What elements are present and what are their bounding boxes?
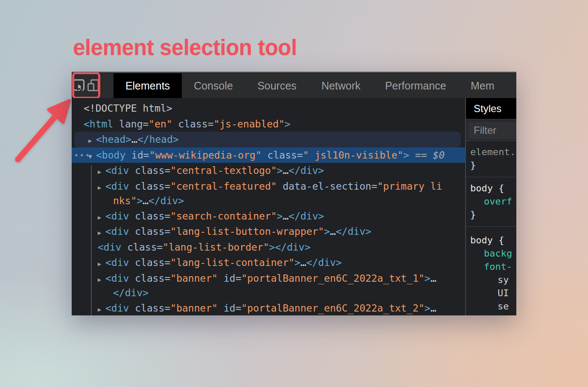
code-segment-attr: class=	[129, 211, 170, 222]
code-segment-ell: …	[143, 195, 148, 206]
code-segment-tag: </div>	[288, 165, 324, 176]
code-segment-ell: …	[282, 165, 288, 176]
css-line[interactable]: }	[470, 208, 516, 221]
expand-arrow-icon[interactable]: ▶	[88, 133, 96, 149]
code-segment-tag: <div	[105, 211, 129, 222]
css-line[interactable]: sy	[470, 273, 516, 286]
code-segment-ell: …	[282, 211, 288, 222]
code-segment-tag: <head>	[96, 134, 131, 145]
code-segment-tag: <div	[105, 257, 129, 268]
tab-performance[interactable]: Performance	[373, 73, 458, 98]
code-segment-tag: </div>	[148, 195, 184, 206]
tab-elements[interactable]: Elements	[114, 73, 182, 98]
code-segment-attr: class=	[121, 242, 163, 253]
tab-styles[interactable]: Styles	[466, 98, 516, 119]
devtools-window: ElementsConsoleSourcesNetworkPerformance…	[72, 72, 516, 315]
css-line[interactable]: body {	[470, 182, 516, 195]
tab-console[interactable]: Console	[182, 73, 245, 98]
code-segment-metai: $0	[433, 150, 445, 161]
code-segment-tag: <div	[105, 181, 129, 192]
code-segment-attr: id=	[218, 303, 241, 314]
tab-sources[interactable]: Sources	[245, 73, 309, 98]
code-segment-tag: <div	[105, 165, 129, 176]
tab-network[interactable]: Network	[309, 73, 373, 98]
code-segment-tag: >	[137, 195, 143, 206]
css-line[interactable]: font-	[470, 260, 516, 273]
css-line[interactable]: backg	[470, 247, 516, 260]
code-segment-tag: >	[403, 150, 409, 161]
dom-tree-row[interactable]: nks">…</div>	[72, 194, 465, 208]
row-overflow-dots-icon[interactable]: •••	[74, 147, 90, 163]
expand-arrow-icon[interactable]: ▶	[98, 210, 105, 225]
devtools-content: <!DOCTYPE html><html lang="en" class="js…	[72, 98, 516, 315]
code-segment-tag: >	[285, 118, 291, 130]
code-segment-tag: </div>	[336, 226, 371, 237]
dom-tree-row[interactable]: •••▼<body id="www-wikipedia-org" class="…	[72, 147, 465, 163]
css-line[interactable]: }	[470, 159, 516, 172]
code-segment-meta: ==	[409, 150, 433, 161]
dom-tree-row[interactable]: ▶<div class="banner" id="portalBanner_en…	[72, 271, 465, 286]
expand-arrow-icon[interactable]: ▶	[98, 302, 105, 315]
dom-tree-row[interactable]: ▶<div class="central-textlogo">…</div>	[72, 163, 465, 179]
code-segment-val: "banner"	[170, 273, 218, 284]
code-segment-tag: <div	[105, 226, 129, 237]
expand-arrow-icon[interactable]: ▶	[98, 180, 105, 196]
dom-tree-row[interactable]: ▶<div class="banner" id="portalBanner_en…	[72, 300, 465, 315]
code-segment-attr: class=	[129, 257, 170, 268]
tab-mem[interactable]: Mem	[458, 73, 516, 98]
css-line[interactable]: font-	[470, 313, 516, 315]
code-segment-attr: class=	[129, 303, 170, 314]
code-segment-ell: …	[300, 257, 306, 268]
dom-tree-row[interactable]: <html lang="en" class="js-enabled">	[72, 116, 465, 132]
code-segment-attr: class=	[129, 273, 170, 284]
code-segment-val: "en"	[148, 118, 172, 130]
code-segment-val: "search-container"	[170, 211, 277, 222]
css-rule-section[interactable]: body {overf}	[466, 177, 516, 227]
code-segment-attr: class=	[129, 165, 170, 176]
css-rule-section[interactable]: body {backgfont-syUIsefont-	[466, 227, 516, 315]
dom-tree-row[interactable]: <div class="lang-list-border"></div>	[72, 240, 465, 255]
css-line[interactable]: se	[470, 300, 516, 313]
styles-filter-input[interactable]: Filter	[469, 122, 516, 139]
css-rule-section[interactable]: element.}	[466, 141, 516, 177]
code-segment-tag: >	[277, 211, 283, 222]
code-segment-val: nks"	[113, 195, 137, 206]
dom-tree-row[interactable]: ▶<div class="search-container">…</div>	[72, 208, 465, 224]
code-segment-ell: …	[330, 226, 336, 237]
code-segment-tag: </div>	[113, 287, 148, 298]
dom-tree-row[interactable]: ▶<div class="lang-list-container">…</div…	[72, 255, 465, 271]
css-line[interactable]: overf	[470, 195, 516, 208]
code-segment-val: "primary li	[377, 181, 442, 192]
expand-arrow-icon[interactable]: ▶	[98, 272, 105, 288]
code-segment-attr: class=	[129, 181, 170, 192]
dom-tree-row[interactable]: ▶<div class="central-featured" data-el-s…	[72, 179, 465, 194]
dom-tree-row[interactable]: ▶<div class="lang-list-button-wrapper">……	[72, 224, 465, 240]
code-segment-tag: >	[269, 242, 275, 253]
styles-filter-row: Filter	[466, 119, 516, 141]
code-segment-tag: <div	[98, 242, 121, 253]
code-segment-tag: </head>	[137, 134, 179, 145]
css-line[interactable]: element.	[470, 145, 516, 159]
code-segment-val: "js-enabled"	[214, 118, 285, 130]
code-segment-attr: class=	[129, 226, 170, 237]
dom-tree-row[interactable]: </div>	[72, 286, 465, 300]
code-segment-tag: <body	[96, 150, 125, 161]
expand-arrow-icon[interactable]: ▶	[98, 164, 105, 180]
code-segment-tag: >	[425, 303, 431, 314]
code-segment-tag: <div	[105, 303, 129, 314]
code-segment-tag: >	[425, 273, 431, 284]
expand-arrow-icon[interactable]: ▶	[98, 225, 105, 241]
code-segment-val: "central-textlogo"	[170, 165, 277, 176]
code-segment-tag: <html	[84, 118, 113, 130]
expand-arrow-icon[interactable]: ▶	[98, 256, 105, 272]
code-segment-attr: class=	[262, 150, 303, 161]
dom-tree-row[interactable]: <!DOCTYPE html>	[72, 101, 465, 116]
code-segment-val: "lang-list-border"	[163, 242, 269, 253]
css-line[interactable]: body {	[470, 234, 516, 247]
elements-dom-tree[interactable]: <!DOCTYPE html><html lang="en" class="js…	[72, 98, 465, 315]
code-segment-ell: …	[131, 134, 137, 145]
dom-tree-row[interactable]: ▶<head>…</head>	[74, 132, 461, 147]
styles-rule-list: element.}body {overf}body {backgfont-syU…	[466, 141, 516, 315]
code-segment-val: " jsl10n-visible"	[303, 150, 403, 161]
css-line[interactable]: UI	[470, 286, 516, 300]
